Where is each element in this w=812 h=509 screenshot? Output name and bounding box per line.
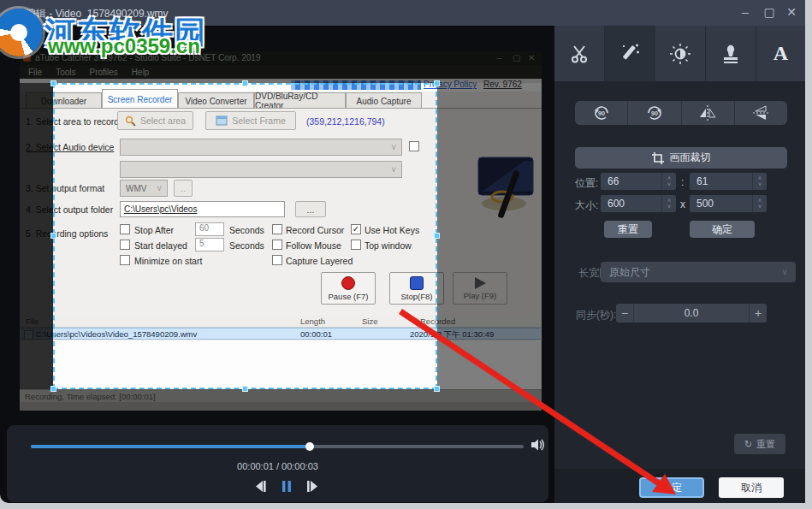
time-display: 00:00:01 / 00:00:03 (7, 461, 548, 471)
tab-brightness[interactable] (655, 26, 706, 81)
use-hot-keys-label: Use Hot Keys (365, 225, 419, 235)
rotate-flip-toolbar: 90 90 (575, 101, 787, 125)
progress-knob[interactable] (305, 442, 314, 451)
position-label: 位置: (575, 176, 598, 191)
tab-text[interactable]: A (756, 26, 805, 81)
stop-record-label: Stop(F8) (401, 292, 433, 301)
tab-dvd-creator: DVD/BluRay/CD Creator (254, 92, 346, 109)
chevron-down-icon: ˅ (157, 184, 162, 193)
maximize-button[interactable]: ▢ (760, 5, 779, 19)
tab-trim[interactable] (554, 26, 605, 81)
crop-handle-n[interactable] (242, 80, 248, 86)
format-browse-button: .. (174, 180, 193, 197)
select-frame-label: Select Frame (232, 115, 285, 126)
crop-handle-se[interactable] (434, 386, 440, 392)
audio-checkbox (409, 141, 419, 151)
crop-width-value: 600 (601, 198, 661, 210)
capture-layered-label: Capture Layered (286, 256, 353, 266)
file-path: C:\Users\pc\Videos\Video_1578490209.wmv (36, 329, 197, 339)
rotate-left-button[interactable]: 90 (575, 101, 628, 125)
start-delayed-label: Start delayed (134, 240, 187, 251)
spinner-icon[interactable]: ˄˅ (752, 173, 767, 190)
next-frame-button[interactable] (305, 480, 320, 493)
record-cursor-label: Record Cursor (286, 225, 344, 235)
magic-wand-icon (619, 43, 641, 65)
chevron-down-icon: ˅ (782, 268, 787, 277)
stamp-icon (721, 44, 740, 64)
transport-controls (253, 480, 320, 493)
flip-vertical-button[interactable] (735, 101, 787, 125)
close-button[interactable]: ✕ (782, 5, 801, 19)
sync-label: 同步(秒): (576, 308, 616, 323)
previous-frame-button[interactable] (253, 480, 268, 493)
crop-section-button[interactable]: 画面裁切 (575, 147, 787, 169)
watermark-site-url: www.pc0359.cn (48, 34, 200, 58)
sync-plus-button[interactable]: + (749, 304, 767, 323)
stop-after-value: 60 (195, 222, 224, 236)
tab-screen-recorder: Screen Recorder (102, 89, 178, 109)
crop-width-input[interactable]: 600 ˄˅ (601, 195, 676, 212)
crop-y-input[interactable]: 61 ˄˅ (690, 173, 767, 190)
crop-handle-w[interactable] (50, 233, 56, 239)
size-label: 大小: (575, 198, 598, 213)
video-editor-window: 编辑 - Video_1578490209.wmv – ▢ ✕ aTube Ca… (0, 0, 805, 503)
position-separator: : (681, 176, 684, 188)
svg-text:90: 90 (651, 110, 658, 116)
brightness-icon (669, 43, 691, 65)
crop-x-input[interactable]: 66 ˄˅ (601, 173, 676, 190)
crop-icon (652, 152, 664, 164)
top-window-label: Top window (365, 240, 412, 251)
crop-x-value: 66 (601, 175, 661, 187)
stop-record-button: Stop(F8) (389, 272, 444, 305)
site-logo-icon (0, 9, 43, 56)
progress-track[interactable] (31, 445, 524, 448)
reset-icon: ↻ (744, 439, 752, 450)
select-frame-button: Select Frame (205, 111, 296, 130)
tab-watermark[interactable] (706, 26, 756, 81)
record-area-coords: (359,212,1216,794) (306, 116, 385, 127)
crop-reset-button[interactable]: 重置 (604, 221, 652, 238)
col-size: Size (362, 317, 377, 326)
frame-icon (216, 115, 228, 126)
folder-browse-button: ... (295, 201, 326, 217)
crop-handle-ne[interactable] (434, 80, 440, 86)
rotate-cw-icon: 90 (645, 104, 664, 121)
pause-button[interactable] (282, 480, 292, 493)
crop-height-input[interactable]: 500 ˄˅ (690, 195, 767, 212)
crop-handle-e[interactable] (434, 233, 440, 239)
rotate-ccw-icon: 90 (592, 104, 611, 121)
ok-button[interactable]: 确定 (639, 477, 704, 498)
crop-handle-s[interactable] (242, 386, 248, 392)
aspect-ratio-value: 原始尺寸 (609, 265, 650, 280)
minimize-button[interactable]: – (736, 5, 755, 19)
reset-all-button[interactable]: ↻ 重置 (734, 434, 785, 454)
volume-icon[interactable] (530, 438, 546, 452)
screenshot-root: 编辑 - Video_1578490209.wmv – ▢ ✕ aTube Ca… (0, 0, 812, 509)
chevron-down-icon: ˅ (391, 165, 396, 175)
crop-dim-bottom (20, 389, 542, 411)
size-separator: x (680, 198, 685, 210)
flip-horizontal-icon (698, 104, 717, 121)
flip-vertical-icon (751, 104, 770, 121)
scissors-icon (569, 44, 590, 64)
cancel-button[interactable]: 取消 (719, 477, 784, 498)
crop-handle-nw[interactable] (50, 80, 56, 86)
flip-horizontal-button[interactable] (682, 101, 735, 125)
record-pause-icon (341, 276, 355, 290)
tab-effects[interactable] (605, 26, 655, 81)
spinner-icon[interactable]: ˄˅ (661, 195, 676, 212)
spinner-icon[interactable]: ˄˅ (752, 195, 767, 212)
stop-after-label: Stop After (134, 225, 174, 235)
rotate-right-button[interactable]: 90 (628, 101, 681, 125)
crop-handle-sw[interactable] (50, 386, 56, 392)
magnifier-icon (125, 115, 136, 127)
sync-minus-button[interactable]: − (616, 304, 634, 323)
tab-video-converter: Video Converter (178, 92, 254, 109)
crop-apply-button[interactable]: 确定 (690, 221, 755, 238)
file-length: 00:00:01 (300, 329, 332, 339)
crop-y-value: 61 (690, 175, 752, 187)
aspect-ratio-dropdown[interactable]: 原始尺寸 ˅ (601, 262, 796, 282)
stop-after-unit: Seconds (229, 225, 264, 235)
edit-tools-panel: A 90 90 画面裁切 (554, 26, 805, 503)
spinner-icon[interactable]: ˄˅ (661, 173, 676, 190)
